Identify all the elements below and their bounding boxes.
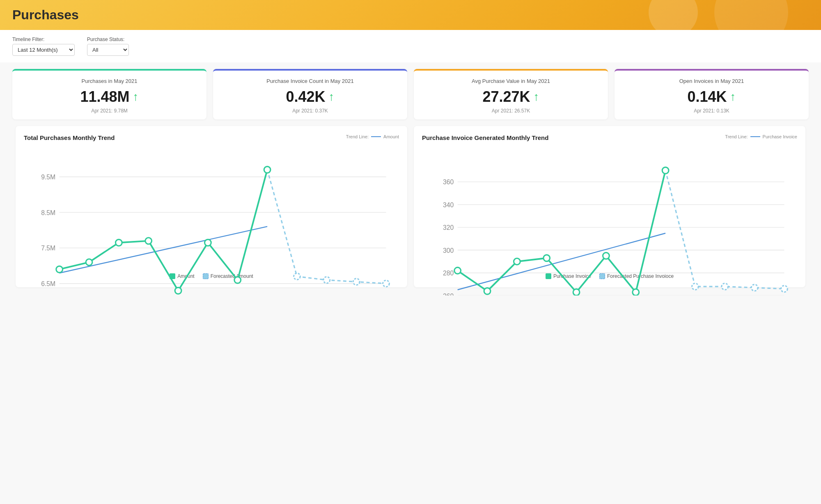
header: Purchases [0,0,821,30]
svg-point-17 [56,266,63,273]
timeline-filter-select[interactable]: Last 12 Month(s) Last 6 Month(s) Last 3 … [12,44,75,56]
kpi-arrow-0: ↑ [133,90,139,103]
svg-text:6.5M: 6.5M [41,280,55,287]
kpi-card-3: Open Invoices in May 2021 0.14K ↑ Apr 20… [615,69,809,119]
kpi-value-1: 0.42K [286,88,325,105]
kpi-label-0: Purchases in May 2021 [21,78,198,84]
svg-point-21 [175,287,181,294]
kpi-value-2: 27.27K [482,88,530,105]
chart-area-1: 360340320300280260Jul 2020Sep 2020Nov 20… [422,146,797,269]
chart-header-1: Purchase Invoice Generated Monthly Trend… [422,134,797,143]
status-filter-label: Purchase Status: [87,37,129,42]
trend-line-bar-1 [750,136,760,137]
svg-text:360: 360 [443,179,454,186]
svg-point-25 [294,273,300,280]
header-decoration-2 [714,0,788,30]
svg-point-59 [722,283,728,290]
filters-bar: Timeline Filter: Last 12 Month(s) Last 6… [0,30,821,62]
kpi-label-2: Avg Purchase Value in May 2021 [422,78,600,84]
svg-point-20 [145,238,152,244]
svg-point-27 [353,279,360,285]
trend-legend-1: Trend Line: Purchase Invoice [725,134,797,139]
kpi-arrow-3: ↑ [730,90,736,103]
svg-point-50 [454,267,461,274]
chart-area-0: 9.5M8.5M7.5M6.5MJul 2020Sep 2020Nov 2020… [24,146,399,269]
trend-line-bar-0 [371,136,381,137]
svg-text:320: 320 [443,224,454,231]
trend-label-1: Trend Line: [725,134,748,139]
svg-point-61 [781,286,788,292]
timeline-filter-label: Timeline Filter: [12,37,75,42]
svg-point-24 [264,167,271,173]
svg-point-28 [383,280,390,287]
svg-point-23 [234,277,241,283]
svg-point-22 [205,239,211,246]
kpi-value-0: 11.48M [80,88,129,105]
trend-label-0: Trend Line: [346,134,369,139]
svg-point-52 [514,258,520,265]
status-filter-group: Purchase Status: All Open Closed Pending [87,37,129,56]
svg-point-60 [751,284,758,291]
svg-text:9.5M: 9.5M [41,174,55,181]
svg-text:300: 300 [443,247,454,254]
kpi-value-3: 0.14K [687,88,727,105]
header-decoration-1 [649,0,698,30]
svg-point-58 [692,283,699,290]
svg-text:280: 280 [443,270,454,277]
kpi-card-1: Purchase Invoice Count in May 2021 0.42K… [213,69,407,119]
kpi-prev-3: Apr 2021: 0.13K [623,108,800,114]
kpi-card-0: Purchases in May 2021 11.48M ↑ Apr 2021:… [12,69,206,119]
svg-text:7.5M: 7.5M [41,245,55,252]
chart-title-1: Purchase Invoice Generated Monthly Trend [422,134,548,141]
svg-point-56 [633,289,639,296]
svg-text:260: 260 [443,293,454,296]
svg-point-51 [484,288,491,294]
kpi-arrow-2: ↑ [534,90,539,103]
page-title: Purchases [12,7,79,22]
svg-point-55 [603,252,610,259]
kpi-row: Purchases in May 2021 11.48M ↑ Apr 2021:… [0,62,821,126]
trend-legend-0: Trend Line: Amount [346,134,399,139]
kpi-label-1: Purchase Invoice Count in May 2021 [221,78,399,84]
trend-name-1: Purchase Invoice [763,134,797,139]
chart-title-0: Total Purchases Monthly Trend [24,134,115,141]
svg-line-49 [458,233,665,290]
svg-text:340: 340 [443,202,454,208]
timeline-filter-group: Timeline Filter: Last 12 Month(s) Last 6… [12,37,75,56]
kpi-prev-1: Apr 2021: 0.37K [221,108,399,114]
chart-card-0: Total Purchases Monthly Trend Trend Line… [16,126,407,287]
kpi-card-2: Avg Purchase Value in May 2021 27.27K ↑ … [414,69,608,119]
chart-card-1: Purchase Invoice Generated Monthly Trend… [414,126,805,287]
kpi-label-3: Open Invoices in May 2021 [623,78,800,84]
svg-point-53 [544,255,550,261]
status-filter-select[interactable]: All Open Closed Pending [87,44,129,56]
svg-point-54 [573,289,580,296]
trend-name-0: Amount [383,134,399,139]
svg-point-26 [323,277,330,283]
kpi-prev-0: Apr 2021: 9.78M [21,108,198,114]
chart-header-0: Total Purchases Monthly Trend Trend Line… [24,134,399,143]
svg-point-18 [86,259,92,266]
kpi-prev-2: Apr 2021: 26.57K [422,108,600,114]
svg-point-19 [115,239,122,246]
svg-text:8.5M: 8.5M [41,209,55,216]
kpi-arrow-1: ↑ [329,90,335,103]
charts-row: Total Purchases Monthly Trend Trend Line… [0,126,821,296]
svg-point-57 [662,167,669,174]
